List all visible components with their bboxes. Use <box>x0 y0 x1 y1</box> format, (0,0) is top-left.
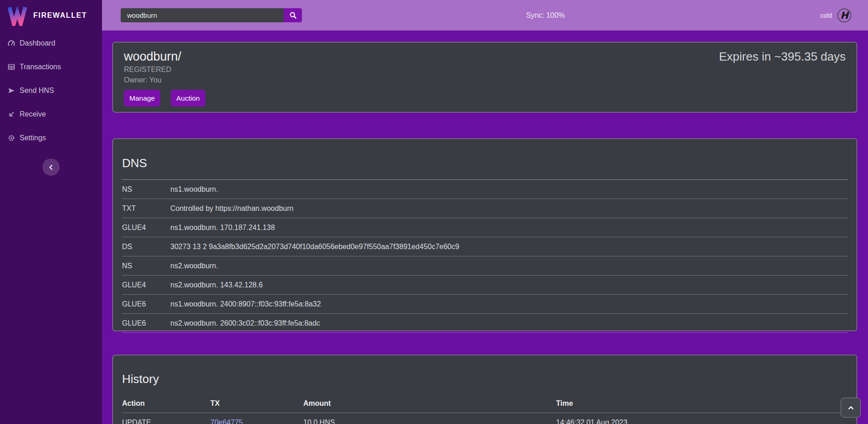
dns-record-value: ns1.woodburn. 170.187.241.138 <box>170 223 848 232</box>
history-col-action: Action <box>122 399 210 408</box>
dns-record-type: DS <box>122 242 170 251</box>
sidebar-collapse-button[interactable] <box>42 158 60 176</box>
dns-card: DNS NS ns1.woodburn. TXT Controlled by h… <box>112 138 857 331</box>
manage-button[interactable]: Manage <box>124 90 160 107</box>
history-col-tx: TX <box>210 399 303 408</box>
history-col-time: Time <box>556 399 848 408</box>
history-table: Action TX Amount Time UPDATE 70e64775...… <box>122 395 848 424</box>
dns-record-value: ns2.woodburn. <box>170 261 848 271</box>
history-row: UPDATE 70e64775... 10.0 HNS 14:46:32 01 … <box>122 413 848 424</box>
history-table-header: Action TX Amount Time <box>122 395 848 413</box>
magnifier-icon <box>289 11 297 19</box>
domain-status: REGISTERED <box>124 66 846 74</box>
sidebar-item-label: Transactions <box>20 63 61 71</box>
sidebar-item-label: Dashboard <box>20 39 55 47</box>
sidebar-item-transactions[interactable]: Transactions <box>8 62 102 72</box>
dns-record-value: ns2.woodburn. 2600:3c02::f03c:93ff:fe5a:… <box>170 318 848 328</box>
sidebar-item-label: Settings <box>20 134 46 142</box>
brand-name: FIREWALLET <box>33 11 87 20</box>
domain-actions: Manage Auction <box>124 90 846 107</box>
auction-button[interactable]: Auction <box>171 90 205 107</box>
sidebar-item-receive[interactable]: Receive <box>8 109 102 119</box>
history-time-cell: 14:46:32 01 Aug 2023 <box>556 418 848 424</box>
dns-record-row: GLUE6 ns1.woodburn. 2400:8907::f03c:93ff… <box>122 295 848 314</box>
wallet-indicator: cold H <box>820 8 852 23</box>
domain-card-header: woodburn/ Expires in ~395.35 days <box>124 50 846 63</box>
dns-record-row: GLUE4 ns2.woodburn. 143.42.128.6 <box>122 276 848 295</box>
handshake-logo-icon: H <box>837 8 852 23</box>
main-area: Sync: 100% cold H woodburn/ Expires in ~… <box>102 0 868 424</box>
dns-record-row: DS 30273 13 2 9a3a8fb3d625d2a2073d740f10… <box>122 237 848 256</box>
dns-record-row: TXT Controlled by https://nathan.woodbur… <box>122 199 848 218</box>
topbar: Sync: 100% cold H <box>102 0 868 31</box>
dns-card-title: DNS <box>122 156 848 170</box>
search-input[interactable] <box>121 8 284 22</box>
dns-record-value: Controlled by https://nathan.woodburn <box>170 204 848 213</box>
domain-owner: Owner: You <box>124 76 846 84</box>
scroll-to-top-button[interactable] <box>841 398 861 418</box>
firewallet-w-logo-icon <box>7 5 28 26</box>
dns-record-type: GLUE6 <box>122 299 170 309</box>
domain-card: woodburn/ Expires in ~395.35 days REGIST… <box>112 42 857 112</box>
dns-record-type: GLUE4 <box>122 223 170 232</box>
history-card-title: History <box>122 372 848 386</box>
gear-icon <box>8 134 15 142</box>
tx-link[interactable]: 70e64775... <box>210 419 249 424</box>
domain-name-title: woodburn/ <box>124 50 181 63</box>
sidebar-item-settings[interactable]: Settings <box>8 133 102 143</box>
search-group <box>121 8 302 22</box>
receive-arrow-icon <box>8 111 15 118</box>
sidebar-item-label: Send HNS <box>20 87 54 95</box>
dns-records-table: NS ns1.woodburn. TXT Controlled by https… <box>122 179 848 333</box>
dns-record-row: NS ns2.woodburn. <box>122 256 848 276</box>
dns-record-value: ns1.woodburn. <box>170 184 848 194</box>
sidebar-item-dashboard[interactable]: Dashboard <box>8 38 102 48</box>
chevron-up-icon <box>847 404 855 412</box>
dns-record-row: GLUE4 ns1.woodburn. 170.187.241.138 <box>122 218 848 237</box>
page-content: woodburn/ Expires in ~395.35 days REGIST… <box>102 31 868 424</box>
domain-expiry-text: Expires in ~395.35 days <box>719 50 846 63</box>
history-card: History Action TX Amount Time UPDATE 70e… <box>112 355 857 424</box>
dns-record-type: NS <box>122 261 170 271</box>
brand-home-link[interactable]: FIREWALLET <box>0 0 102 31</box>
dns-record-type: GLUE4 <box>122 280 170 290</box>
wallet-name: cold <box>820 12 832 19</box>
sidebar-nav: Dashboard Transactions Send HNS Receive <box>0 31 102 143</box>
dns-record-value: ns2.woodburn. 143.42.128.6 <box>170 280 848 290</box>
dns-record-type: NS <box>122 184 170 194</box>
sidebar-item-label: Receive <box>20 110 46 118</box>
history-col-amount: Amount <box>303 399 556 408</box>
send-icon <box>8 87 15 94</box>
wallet-menu-button[interactable]: H <box>837 8 852 23</box>
app-window: FIREWALLET Dashboard Transactions Send H… <box>0 0 868 424</box>
history-action-cell: UPDATE <box>122 418 210 424</box>
sidebar: FIREWALLET Dashboard Transactions Send H… <box>0 0 102 424</box>
dns-record-value: 30273 13 2 9a3a8fb3d625d2a2073d740f10da6… <box>170 242 848 251</box>
dns-record-row: NS ns1.woodburn. <box>122 180 848 199</box>
dns-record-type: GLUE6 <box>122 318 170 328</box>
history-amount-cell: 10.0 HNS <box>303 418 556 424</box>
sidebar-item-send-hns[interactable]: Send HNS <box>8 86 102 96</box>
search-button[interactable] <box>284 8 302 22</box>
table-icon <box>8 63 15 71</box>
dns-record-row: GLUE6 ns2.woodburn. 2600:3c02::f03c:93ff… <box>122 314 848 333</box>
svg-text:H: H <box>840 10 849 21</box>
dns-record-value: ns1.woodburn. 2400:8907::f03c:93ff:fe5a:… <box>170 299 848 309</box>
chevron-left-icon <box>47 163 56 172</box>
sync-status: Sync: 100% <box>526 11 565 20</box>
dns-record-type: TXT <box>122 204 170 213</box>
speedometer-icon <box>8 40 15 47</box>
